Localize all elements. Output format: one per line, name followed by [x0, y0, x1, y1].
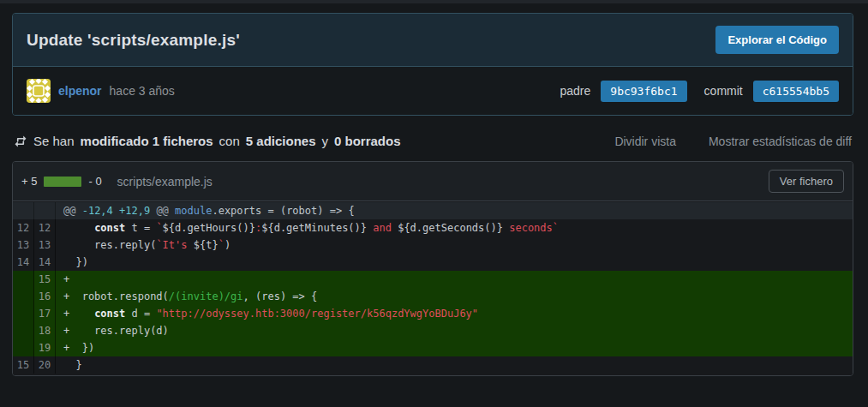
- explore-code-button[interactable]: Explorar el Código: [715, 26, 839, 54]
- code-cell: + const d = "http://odyssey.htb:3000/reg…: [56, 305, 853, 322]
- stats-y: y: [321, 134, 328, 148]
- line-number-new: 18: [34, 322, 56, 339]
- code-cell: }: [56, 356, 853, 374]
- file-deletions-count: - 0: [88, 175, 101, 188]
- code-token: , (res) => {: [243, 290, 318, 302]
- avatar[interactable]: [27, 79, 51, 103]
- line-number-new: 14: [34, 254, 56, 271]
- stats-con: con: [219, 134, 240, 148]
- split-view-link[interactable]: Dividir vista: [614, 135, 676, 148]
- code-token: `: [218, 239, 224, 251]
- diff-row: 1520 }: [13, 356, 853, 374]
- code-token: ${d.getSeconds()}: [398, 222, 503, 234]
- diff-row: 17+ const d = "http://odyssey.htb:3000/r…: [13, 305, 853, 322]
- diff-row: 19+ }): [13, 339, 853, 356]
- code-token: `It's: [156, 239, 193, 251]
- code-token: const: [94, 308, 125, 320]
- stats-additions-count: 5 adiciones: [246, 134, 316, 148]
- code-cell: @@ -12,4 +12,9 @@ module.exports = (robo…: [56, 202, 853, 219]
- code-token: t =: [125, 222, 156, 234]
- code-token: ${d.getMinutes()}: [261, 222, 367, 234]
- file-diff-box: + 5 - 0 scripts/example.js Ver fichero @…: [12, 161, 853, 376]
- code-token: and: [367, 222, 398, 234]
- diff-row: 15+: [13, 271, 853, 288]
- code-token: -12,4: [82, 205, 113, 217]
- line-number-old: 12: [13, 219, 34, 236]
- commit-box: Update 'scripts/example.js' Explorar el …: [12, 13, 853, 116]
- diff-row: @@ -12,4 +12,9 @@ module.exports = (robo…: [13, 202, 853, 219]
- commit-hashes-group: padre 9bc93f6bc1 commit c615554bb5: [560, 81, 840, 102]
- view-file-button[interactable]: Ver fichero: [769, 170, 844, 193]
- line-number-old: [13, 339, 34, 356]
- code-cell: + }): [56, 339, 853, 356]
- stats-modified-count: modificado 1 ficheros: [81, 134, 213, 148]
- code-token: ${t}: [194, 239, 218, 251]
- code-token: +12,9: [119, 205, 150, 217]
- line-number-new: 19: [34, 339, 56, 356]
- code-token: @@: [63, 205, 82, 217]
- line-number-new: [34, 202, 56, 219]
- code-token: +: [63, 273, 69, 285]
- code-token: "http://odyssey.htb:3000/register/k56qzd…: [156, 308, 478, 320]
- code-token: + res.reply(d): [63, 325, 169, 337]
- code-token: +: [63, 308, 94, 320]
- code-token: const: [94, 222, 125, 234]
- code-token: + robot.respond(: [63, 290, 169, 302]
- diff-row: 18+ res.reply(d): [13, 322, 853, 339]
- parent-hash-button[interactable]: 9bc93f6bc1: [601, 81, 686, 102]
- code-token: [113, 205, 119, 217]
- code-cell: res.reply(`It's ${t}`): [56, 236, 853, 254]
- code-token: [63, 222, 94, 234]
- diff-row: 1414 }): [13, 254, 853, 271]
- code-token: @@: [150, 205, 175, 217]
- code-token: + }): [63, 342, 94, 354]
- line-number-old: [13, 271, 34, 288]
- code-cell: const t = `${d.getHours()}:${d.getMinute…: [56, 219, 853, 236]
- line-number-new: 20: [34, 356, 56, 374]
- diff-summary: Se han modificado 1 ficheros con 5 adici…: [14, 134, 401, 148]
- line-number-old: 13: [13, 236, 34, 254]
- line-number-old: 15: [13, 356, 34, 374]
- code-token: d =: [125, 308, 156, 320]
- code-token: res.reply(: [63, 239, 156, 251]
- code-cell: + robot.respond(/(invite)/gi, (res) => {: [56, 288, 853, 305]
- commit-author-group: elpenor hace 3 años: [27, 79, 175, 103]
- code-cell: + res.reply(d): [56, 322, 853, 339]
- diff-view-options: Dividir vista Mostrar estadísticas de di…: [614, 135, 852, 148]
- commit-title: Update 'scripts/example.js': [27, 31, 240, 50]
- line-number-old: [13, 305, 34, 322]
- diff-table: @@ -12,4 +12,9 @@ module.exports = (robo…: [13, 201, 853, 375]
- author-link[interactable]: elpenor: [58, 84, 102, 98]
- code-token: seconds`: [503, 222, 559, 234]
- code-cell: +: [56, 271, 853, 288]
- stats-text-prefix: Se han: [33, 134, 75, 148]
- code-token: }: [63, 359, 82, 371]
- line-number-old: [13, 202, 34, 219]
- commit-page: Update 'scripts/example.js' Explorar el …: [0, 3, 868, 376]
- diff-stat-bar: [44, 177, 81, 187]
- file-diff-header: + 5 - 0 scripts/example.js Ver fichero: [13, 162, 853, 201]
- code-token: ): [224, 239, 230, 251]
- show-diff-stats-link[interactable]: Mostrar estadísticas de diff: [709, 135, 852, 148]
- code-token: `: [156, 222, 162, 234]
- code-token: ${d.getHours()}: [163, 222, 255, 234]
- commit-label: commit: [704, 84, 743, 98]
- file-name: scripts/example.js: [117, 175, 762, 189]
- line-number-old: 14: [13, 254, 34, 271]
- line-number-new: 17: [34, 305, 56, 322]
- stats-deletions-count: 0 borrados: [334, 134, 401, 148]
- commit-hash-button[interactable]: c615554bb5: [753, 81, 839, 102]
- code-cell: }): [56, 254, 853, 271]
- diff-stats-row: Se han modificado 1 ficheros con 5 adici…: [12, 134, 853, 148]
- git-diff-icon: [14, 135, 27, 148]
- file-additions-count: + 5: [21, 175, 37, 188]
- code-token: module: [175, 205, 212, 217]
- line-number-old: [13, 288, 34, 305]
- line-number-new: 15: [34, 271, 56, 288]
- line-number-new: 12: [34, 219, 56, 236]
- commit-header: Update 'scripts/example.js' Explorar el …: [13, 14, 853, 67]
- code-token: /(invite)/gi: [169, 290, 243, 302]
- code-token: .exports = (robot) => {: [212, 205, 354, 217]
- code-token: }): [63, 256, 88, 268]
- commit-time-ago: hace 3 años: [110, 84, 175, 98]
